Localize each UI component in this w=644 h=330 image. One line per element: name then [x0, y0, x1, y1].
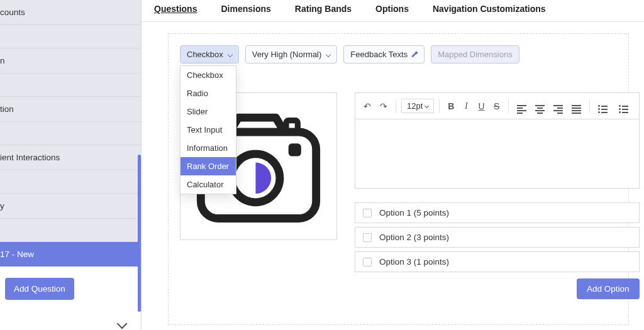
feedback-pill[interactable]: Feedback Texts — [343, 45, 425, 63]
tabs: Questions Dimensions Rating Bands Option… — [142, 0, 644, 22]
dropdown-item[interactable]: Slider — [180, 102, 236, 121]
tab-questions[interactable]: Questions — [154, 4, 197, 15]
tab-options[interactable]: Options — [375, 4, 409, 15]
bullet-list-button[interactable] — [595, 96, 611, 116]
align-right-button[interactable] — [550, 96, 566, 116]
separator — [589, 99, 590, 113]
strike-button[interactable]: S — [491, 99, 503, 114]
type-pill[interactable]: Checkbox — [180, 45, 239, 63]
option-label: Option 3 (1 points) — [379, 257, 449, 267]
align-justify-button[interactable] — [569, 96, 584, 116]
sidebar-spacer — [0, 170, 141, 193]
option-label: Option 1 (5 points) — [379, 208, 449, 217]
tab-dimensions[interactable]: Dimensions — [221, 4, 270, 15]
sidebar-item-active[interactable]: 17 - New — [0, 241, 141, 267]
sidebar-item[interactable]: tion — [0, 96, 141, 121]
pill-row: Checkbox Checkbox Radio Slider Text Inpu… — [180, 45, 617, 63]
dropdown-item[interactable]: Checkbox — [180, 66, 236, 84]
chevron-down-icon — [326, 52, 331, 57]
sidebar-item-label: ient Interactions — [0, 153, 60, 162]
chevron-down-icon — [117, 319, 128, 329]
sidebar-item[interactable]: ient Interactions — [0, 145, 141, 170]
type-pill-label: Checkbox — [187, 50, 223, 59]
dropdown-item[interactable]: Radio — [180, 84, 236, 102]
expand-row[interactable] — [0, 314, 141, 330]
sidebar-item-label: n — [0, 56, 5, 65]
body-row: ↶ ↷ 12pt B I U S — [180, 92, 617, 299]
question-panel: Checkbox Checkbox Radio Slider Text Inpu… — [168, 33, 629, 325]
sidebar-scrollbar[interactable] — [138, 155, 141, 312]
checkbox-icon[interactable] — [363, 258, 372, 267]
option-row[interactable]: Option 2 (3 points) — [355, 227, 640, 248]
separator — [439, 99, 440, 113]
mapped-dimensions-pill: Mapped Dimensions — [431, 45, 519, 63]
sidebar-spacer — [0, 25, 141, 48]
separator — [508, 99, 509, 113]
edit-icon — [411, 52, 418, 58]
align-left-button[interactable] — [514, 96, 530, 116]
weight-pill[interactable]: Very High (Normal) — [245, 45, 338, 63]
rte-editor[interactable] — [355, 119, 640, 189]
checkbox-icon[interactable] — [363, 209, 372, 217]
type-dropdown: Checkbox Radio Slider Text Input Informa… — [180, 65, 236, 194]
underline-button[interactable]: U — [475, 99, 487, 114]
sidebar-item[interactable]: y — [0, 193, 141, 218]
mapped-pill-label: Mapped Dimensions — [438, 50, 513, 59]
font-size-value: 12pt — [407, 101, 423, 111]
dropdown-item[interactable]: Information — [180, 139, 236, 157]
tab-rating-bands[interactable]: Rating Bands — [295, 4, 352, 15]
option-row[interactable]: Option 3 (1 points) — [355, 251, 640, 272]
option-row[interactable]: Option 1 (5 points) — [355, 202, 640, 223]
align-center-button[interactable] — [532, 96, 548, 116]
bold-button[interactable]: B — [445, 99, 457, 114]
dropdown-item-highlight[interactable]: Rank Order — [180, 157, 236, 175]
add-question-button[interactable]: Add Question — [5, 278, 74, 300]
question-title: New — [180, 72, 617, 82]
editor-area: Checkbox Checkbox Radio Slider Text Inpu… — [142, 22, 644, 330]
app-root: counts n tion ient Interactions y 17 - N… — [0, 0, 644, 330]
svg-rect-1 — [286, 120, 297, 131]
add-option-row: Add Option — [355, 278, 640, 299]
sidebar-item-label: counts — [0, 8, 25, 17]
dropdown-item[interactable]: Calculator — [180, 175, 236, 194]
sidebar: counts n tion ient Interactions y 17 - N… — [0, 0, 142, 330]
main-content: Questions Dimensions Rating Bands Option… — [142, 0, 644, 330]
checkbox-icon[interactable] — [363, 233, 372, 242]
sidebar-spacer — [0, 218, 141, 241]
sidebar-lower: Add Question — [0, 267, 141, 330]
chevron-down-icon — [228, 52, 233, 57]
sidebar-spacer — [0, 121, 141, 145]
sidebar-item[interactable]: n — [0, 48, 141, 73]
redo-button[interactable]: ↷ — [377, 99, 391, 114]
option-label: Option 2 (3 points) — [379, 233, 449, 242]
dropdown-item[interactable]: Text Input — [180, 121, 236, 139]
sidebar-item-label: tion — [0, 104, 14, 114]
undo-button[interactable]: ↶ — [360, 99, 374, 114]
svg-rect-2 — [289, 143, 301, 156]
sidebar-item-label: y — [0, 201, 4, 211]
sidebar-spacer — [0, 73, 141, 96]
italic-button[interactable]: I — [460, 99, 472, 114]
options-list: Option 1 (5 points) Option 2 (3 points) … — [355, 202, 640, 272]
sidebar-item-label: 17 - New — [0, 250, 34, 259]
add-option-button[interactable]: Add Option — [577, 278, 640, 299]
numbered-list-button[interactable] — [616, 96, 631, 116]
separator — [396, 99, 396, 113]
tab-navigation-customizations[interactable]: Navigation Customizations — [433, 4, 546, 15]
chevron-down-icon — [425, 104, 429, 108]
right-column: ↶ ↷ 12pt B I U S — [355, 92, 640, 299]
rte-toolbar: ↶ ↷ 12pt B I U S — [355, 92, 640, 119]
weight-pill-label: Very High (Normal) — [252, 50, 322, 59]
feedback-pill-label: Feedback Texts — [350, 50, 408, 59]
sidebar-item[interactable]: counts — [0, 0, 141, 25]
font-size-select[interactable]: 12pt — [401, 99, 434, 113]
